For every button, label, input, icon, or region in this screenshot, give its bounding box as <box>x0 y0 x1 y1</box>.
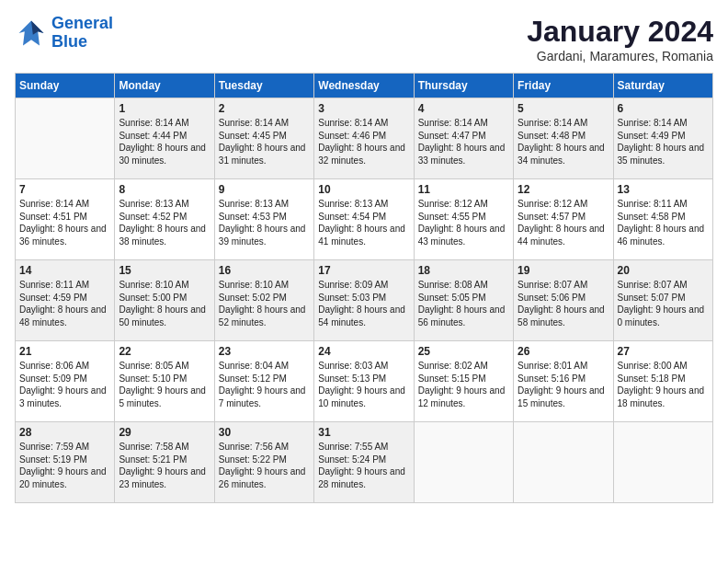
calendar-cell: 22Sunrise: 8:05 AM Sunset: 5:10 PM Dayli… <box>115 341 214 422</box>
day-info: Sunrise: 8:13 AM Sunset: 4:54 PM Dayligh… <box>318 198 409 247</box>
day-info: Sunrise: 8:14 AM Sunset: 4:45 PM Dayligh… <box>219 117 310 167</box>
calendar-cell: 3Sunrise: 8:14 AM Sunset: 4:46 PM Daylig… <box>314 98 414 179</box>
day-number: 24 <box>318 345 409 358</box>
calendar-cell: 20Sunrise: 8:07 AM Sunset: 5:07 PM Dayli… <box>613 260 712 341</box>
day-info: Sunrise: 8:14 AM Sunset: 4:48 PM Dayligh… <box>518 117 609 167</box>
calendar-cell: 6Sunrise: 8:14 AM Sunset: 4:49 PM Daylig… <box>613 98 712 179</box>
day-info: Sunrise: 8:06 AM Sunset: 5:09 PM Dayligh… <box>19 360 110 409</box>
calendar-cell: 2Sunrise: 8:14 AM Sunset: 4:45 PM Daylig… <box>214 98 313 179</box>
day-info: Sunrise: 8:14 AM Sunset: 4:46 PM Dayligh… <box>318 117 409 167</box>
calendar-cell: 5Sunrise: 8:14 AM Sunset: 4:48 PM Daylig… <box>514 98 613 179</box>
day-info: Sunrise: 8:14 AM Sunset: 4:49 PM Dayligh… <box>618 117 709 167</box>
day-number: 2 <box>219 102 310 115</box>
day-info: Sunrise: 8:14 AM Sunset: 4:51 PM Dayligh… <box>19 198 110 247</box>
calendar-cell: 16Sunrise: 8:10 AM Sunset: 5:02 PM Dayli… <box>214 260 313 341</box>
day-info: Sunrise: 8:11 AM Sunset: 4:58 PM Dayligh… <box>618 198 709 247</box>
day-number: 5 <box>518 102 609 115</box>
calendar-cell: 26Sunrise: 8:01 AM Sunset: 5:16 PM Dayli… <box>514 341 613 422</box>
day-number: 17 <box>318 264 409 277</box>
logo-text: General Blue <box>51 15 113 52</box>
day-info: Sunrise: 7:58 AM Sunset: 5:21 PM Dayligh… <box>119 441 210 490</box>
day-number: 14 <box>19 264 110 277</box>
day-info: Sunrise: 8:11 AM Sunset: 4:59 PM Dayligh… <box>19 279 110 328</box>
weekday-header-sunday: Sunday <box>16 74 115 98</box>
day-info: Sunrise: 8:07 AM Sunset: 5:07 PM Dayligh… <box>618 279 709 328</box>
day-number: 28 <box>19 426 110 439</box>
calendar-cell: 7Sunrise: 8:14 AM Sunset: 4:51 PM Daylig… <box>16 179 115 260</box>
day-info: Sunrise: 8:12 AM Sunset: 4:57 PM Dayligh… <box>518 198 609 247</box>
calendar-cell: 9Sunrise: 8:13 AM Sunset: 4:53 PM Daylig… <box>214 179 313 260</box>
svg-marker-0 <box>19 20 44 45</box>
calendar-cell: 25Sunrise: 8:02 AM Sunset: 5:15 PM Dayli… <box>414 341 513 422</box>
day-info: Sunrise: 8:07 AM Sunset: 5:06 PM Dayligh… <box>518 279 609 328</box>
logo-icon <box>15 17 48 50</box>
day-number: 9 <box>219 183 310 196</box>
day-number: 11 <box>418 183 509 196</box>
day-number: 25 <box>418 345 509 358</box>
calendar: SundayMondayTuesdayWednesdayThursdayFrid… <box>15 73 713 503</box>
day-info: Sunrise: 8:02 AM Sunset: 5:15 PM Dayligh… <box>418 360 509 409</box>
location: Gardani, Maramures, Romania <box>527 49 713 63</box>
day-number: 26 <box>518 345 609 358</box>
calendar-cell: 27Sunrise: 8:00 AM Sunset: 5:18 PM Dayli… <box>613 341 712 422</box>
calendar-cell: 18Sunrise: 8:08 AM Sunset: 5:05 PM Dayli… <box>414 260 513 341</box>
calendar-cell: 19Sunrise: 8:07 AM Sunset: 5:06 PM Dayli… <box>514 260 613 341</box>
day-number: 8 <box>119 183 210 196</box>
week-row-3: 14Sunrise: 8:11 AM Sunset: 4:59 PM Dayli… <box>16 260 713 341</box>
logo-line1: General <box>51 14 113 32</box>
calendar-cell <box>16 98 115 179</box>
day-number: 1 <box>119 102 210 115</box>
calendar-cell: 12Sunrise: 8:12 AM Sunset: 4:57 PM Dayli… <box>514 179 613 260</box>
calendar-cell: 17Sunrise: 8:09 AM Sunset: 5:03 PM Dayli… <box>314 260 414 341</box>
day-number: 22 <box>119 345 210 358</box>
day-number: 21 <box>19 345 110 358</box>
week-row-1: 1Sunrise: 8:14 AM Sunset: 4:44 PM Daylig… <box>16 98 713 179</box>
calendar-cell <box>514 422 613 503</box>
calendar-cell: 23Sunrise: 8:04 AM Sunset: 5:12 PM Dayli… <box>214 341 313 422</box>
calendar-cell: 4Sunrise: 8:14 AM Sunset: 4:47 PM Daylig… <box>414 98 513 179</box>
day-info: Sunrise: 8:09 AM Sunset: 5:03 PM Dayligh… <box>318 279 409 328</box>
day-number: 10 <box>318 183 409 196</box>
weekday-header-tuesday: Tuesday <box>214 74 313 98</box>
calendar-cell: 14Sunrise: 8:11 AM Sunset: 4:59 PM Dayli… <box>16 260 115 341</box>
day-info: Sunrise: 8:04 AM Sunset: 5:12 PM Dayligh… <box>219 360 310 409</box>
day-info: Sunrise: 8:10 AM Sunset: 5:00 PM Dayligh… <box>119 279 210 328</box>
day-number: 13 <box>618 183 709 196</box>
calendar-cell: 21Sunrise: 8:06 AM Sunset: 5:09 PM Dayli… <box>16 341 115 422</box>
calendar-cell: 30Sunrise: 7:56 AM Sunset: 5:22 PM Dayli… <box>214 422 313 503</box>
day-number: 6 <box>618 102 709 115</box>
day-info: Sunrise: 8:00 AM Sunset: 5:18 PM Dayligh… <box>618 360 709 409</box>
day-number: 3 <box>318 102 409 115</box>
week-row-5: 28Sunrise: 7:59 AM Sunset: 5:19 PM Dayli… <box>16 422 713 503</box>
day-number: 15 <box>119 264 210 277</box>
day-number: 4 <box>418 102 509 115</box>
day-number: 12 <box>518 183 609 196</box>
calendar-cell: 15Sunrise: 8:10 AM Sunset: 5:00 PM Dayli… <box>115 260 214 341</box>
day-info: Sunrise: 8:01 AM Sunset: 5:16 PM Dayligh… <box>518 360 609 409</box>
logo: General Blue <box>15 15 113 52</box>
weekday-header-friday: Friday <box>514 74 613 98</box>
day-number: 16 <box>219 264 310 277</box>
day-info: Sunrise: 8:08 AM Sunset: 5:05 PM Dayligh… <box>418 279 509 328</box>
day-info: Sunrise: 8:14 AM Sunset: 4:47 PM Dayligh… <box>418 117 509 167</box>
calendar-cell: 10Sunrise: 8:13 AM Sunset: 4:54 PM Dayli… <box>314 179 414 260</box>
weekday-header-saturday: Saturday <box>613 74 712 98</box>
day-number: 23 <box>219 345 310 358</box>
day-info: Sunrise: 8:05 AM Sunset: 5:10 PM Dayligh… <box>119 360 210 409</box>
calendar-cell: 11Sunrise: 8:12 AM Sunset: 4:55 PM Dayli… <box>414 179 513 260</box>
day-number: 31 <box>318 426 409 439</box>
calendar-cell: 28Sunrise: 7:59 AM Sunset: 5:19 PM Dayli… <box>16 422 115 503</box>
weekday-header-row: SundayMondayTuesdayWednesdayThursdayFrid… <box>16 74 713 98</box>
weekday-header-wednesday: Wednesday <box>314 74 414 98</box>
day-info: Sunrise: 8:10 AM Sunset: 5:02 PM Dayligh… <box>219 279 310 328</box>
day-info: Sunrise: 8:14 AM Sunset: 4:44 PM Dayligh… <box>119 117 210 167</box>
day-number: 29 <box>119 426 210 439</box>
title-block: January 2024 Gardani, Maramures, Romania <box>527 15 713 63</box>
weekday-header-thursday: Thursday <box>414 74 513 98</box>
calendar-cell: 24Sunrise: 8:03 AM Sunset: 5:13 PM Dayli… <box>314 341 414 422</box>
calendar-cell: 13Sunrise: 8:11 AM Sunset: 4:58 PM Dayli… <box>613 179 712 260</box>
calendar-cell: 29Sunrise: 7:58 AM Sunset: 5:21 PM Dayli… <box>115 422 214 503</box>
calendar-cell: 8Sunrise: 8:13 AM Sunset: 4:52 PM Daylig… <box>115 179 214 260</box>
day-number: 18 <box>418 264 509 277</box>
calendar-cell <box>613 422 712 503</box>
